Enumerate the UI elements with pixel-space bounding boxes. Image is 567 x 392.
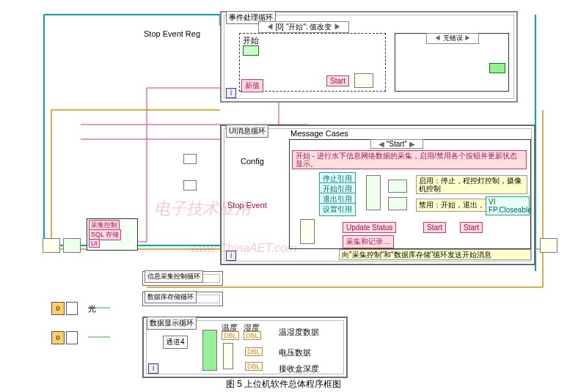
obtain-queue-icon [63, 238, 81, 253]
ui-msg-loop-title: UI消息循环 [226, 125, 268, 138]
fp-closeable: FP.Closeable [489, 206, 532, 214]
signal-select-vi [202, 330, 217, 371]
dbl-2: DBL [244, 331, 261, 340]
disp-loop-title: 数据显示循环 [147, 317, 197, 330]
case-description: 开始 - 进行水下信息网络数据的采集，启用/禁用各个按钮并更新状态显示。 [292, 150, 527, 169]
message-cases-label: Message Cases [290, 129, 348, 138]
ref-node-2 [183, 180, 197, 191]
start-msg-2: Start [423, 222, 446, 233]
ref-node-1 [183, 154, 197, 164]
vi-property-node: VI FP.Closeable [486, 196, 530, 215]
iteration-terminal-3: i [148, 363, 158, 374]
init-vi-icon [43, 238, 60, 253]
error-case-selector[interactable]: 无错误 [426, 33, 479, 44]
start-control-label: 开始 [243, 35, 259, 46]
send-msg-comment: 向"采集控制"和"数据库存储"循环发送开始消息 [339, 249, 531, 260]
enqueue-icon [354, 73, 373, 88]
depth-indicator: 接收盒深度 [279, 363, 319, 374]
info-acq-loop: 信息采集控制循环 [142, 271, 223, 286]
new-value-terminal: 新值 [241, 79, 263, 92]
event-case-frame: 开始 新值 Start [239, 33, 386, 92]
iteration-terminal-2: i [226, 251, 236, 261]
db-store-loop: 数据库存储循环 [142, 292, 223, 306]
vi-tag: VI [489, 198, 495, 206]
queue-refs-cluster: 采集控制 SQL 存储 UI [87, 218, 138, 251]
ui-message-loop: UI消息循环 Config Stop Event Message Cases "… [220, 125, 535, 265]
close-vi-icon [540, 238, 557, 253]
message-case-structure: "Start" 开始 - 进行水下信息网络数据的采集，启用/禁用各个按钮并更新状… [289, 139, 531, 249]
zero-constant-2: 0 [51, 331, 65, 344]
start-boolean-control[interactable] [243, 45, 259, 56]
db-store-loop-title: 数据库存储循环 [145, 291, 197, 303]
update-status-msg: Update Status [343, 222, 396, 233]
labview-block-diagram: Stop Event Reg 事件处理循环 [0] "开始": 值改变 开始 新… [0, 0, 567, 392]
stop-event-label: Stop Event [227, 201, 267, 210]
stop-event-reg-label: Stop Event Reg [144, 29, 200, 38]
zero-array-1 [66, 302, 78, 315]
light-label: 光 [88, 303, 96, 314]
event-case-selector[interactable]: [0] "开始": 值改变 [258, 21, 349, 33]
enable-list-comment: 启用：停止，程控灯控制，摄像机控制 [416, 175, 527, 194]
error-out-terminal [489, 63, 505, 73]
zero-constant-1: 0 [51, 302, 65, 315]
event-handling-loop: 事件处理循环 [0] "开始": 值改变 开始 新值 Start 无错误 i [220, 11, 518, 103]
prop-node-2 [388, 197, 407, 210]
set-ref-label: 设置引用 [319, 203, 356, 216]
zero-array-2 [66, 331, 78, 344]
build-array-icon [366, 175, 381, 210]
data-display-loop: 数据显示循环 通道4 温度 DBL 湿度 DBL DBL DBL 温湿度数据 电… [142, 317, 348, 378]
dbl-3: DBL [245, 347, 263, 356]
figure-caption: 图 5 上位机软件总体程序框图 [0, 378, 567, 391]
start-msg-3: Start [460, 222, 483, 233]
channel-selector[interactable]: 通道4 [163, 336, 188, 349]
error-case-frame: 无错误 [395, 33, 509, 92]
ui-queue: UI [89, 239, 100, 248]
bundle-icon [223, 343, 233, 369]
collect-record-status: 采集和记录… [343, 235, 394, 248]
prop-node-1 [388, 180, 407, 193]
dbl-1: DBL [222, 331, 239, 340]
dbl-4: DBL [245, 362, 263, 371]
voltage-indicator: 电压数据 [279, 347, 311, 358]
start-msg-constant: Start [326, 75, 349, 86]
config-label: Config [241, 157, 264, 166]
temp-humid-indicator: 温湿度数据 [279, 327, 319, 338]
unbundle-icon [300, 219, 315, 244]
info-acq-loop-title: 信息采集控制循环 [145, 270, 203, 283]
case-selector[interactable]: "Start" [370, 139, 423, 149]
iteration-terminal-1: i [226, 88, 236, 98]
